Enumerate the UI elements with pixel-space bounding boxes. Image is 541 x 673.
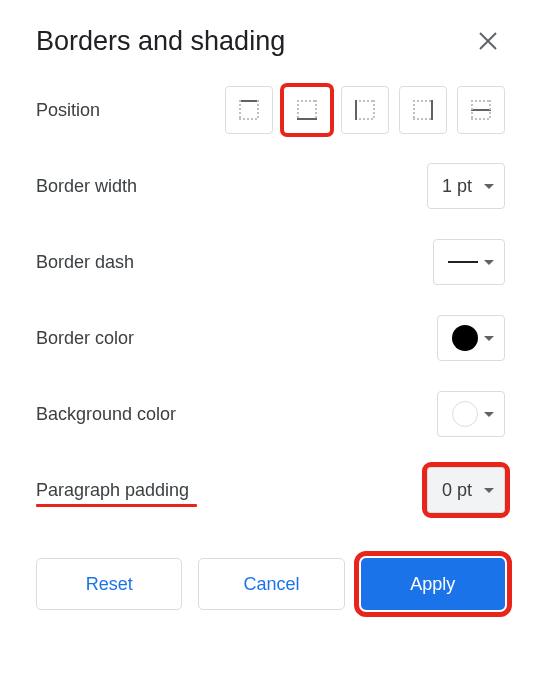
border-color-select[interactable]: #000000 [437,315,505,361]
color-swatch-white [452,401,478,427]
paragraph-padding-label: Paragraph padding [36,480,189,501]
border-color-row: Border color #000000 [36,314,505,362]
border-dash-label: Border dash [36,252,134,273]
color-swatch-black [452,325,478,351]
border-bottom-icon [295,98,319,122]
paragraph-padding-label-wrap: Paragraph padding [36,480,189,501]
border-dash-row: Border dash solid [36,238,505,286]
position-bottom-button[interactable] [283,86,331,134]
border-left-icon [353,98,377,122]
position-top-button[interactable] [225,86,273,134]
dialog-header: Borders and shading [36,24,505,58]
paragraph-padding-value: 0 pt [442,480,472,501]
position-label: Position [36,100,100,121]
apply-button[interactable]: Apply [361,558,505,610]
paragraph-padding-select[interactable]: 0 pt [427,467,505,513]
border-width-value: 1 pt [442,176,472,197]
border-width-row: Border width 1 pt [36,162,505,210]
dialog-footer: Reset Cancel Apply [36,558,505,610]
borders-shading-dialog: Borders and shading Position [0,0,541,646]
chevron-down-icon [484,412,494,417]
border-top-icon [237,98,261,122]
border-dash-select[interactable]: solid [433,239,505,285]
close-button[interactable] [471,24,505,58]
border-between-icon [469,98,493,122]
close-icon [479,32,497,50]
dash-solid-icon [448,261,478,263]
dialog-title: Borders and shading [36,26,285,57]
chevron-down-icon [484,488,494,493]
paragraph-padding-row: Paragraph padding 0 pt [36,466,505,514]
position-right-button[interactable] [399,86,447,134]
background-color-select[interactable]: #ffffff [437,391,505,437]
border-width-label: Border width [36,176,137,197]
chevron-down-icon [484,184,494,189]
position-options [225,86,505,134]
background-color-row: Background color #ffffff [36,390,505,438]
background-color-label: Background color [36,404,176,425]
chevron-down-icon [484,260,494,265]
cancel-button[interactable]: Cancel [198,558,344,610]
reset-button[interactable]: Reset [36,558,182,610]
position-left-button[interactable] [341,86,389,134]
annotation-underline [36,504,197,507]
border-color-label: Border color [36,328,134,349]
chevron-down-icon [484,336,494,341]
border-width-select[interactable]: 1 pt [427,163,505,209]
border-right-icon [411,98,435,122]
position-row: Position [36,86,505,134]
position-between-button[interactable] [457,86,505,134]
